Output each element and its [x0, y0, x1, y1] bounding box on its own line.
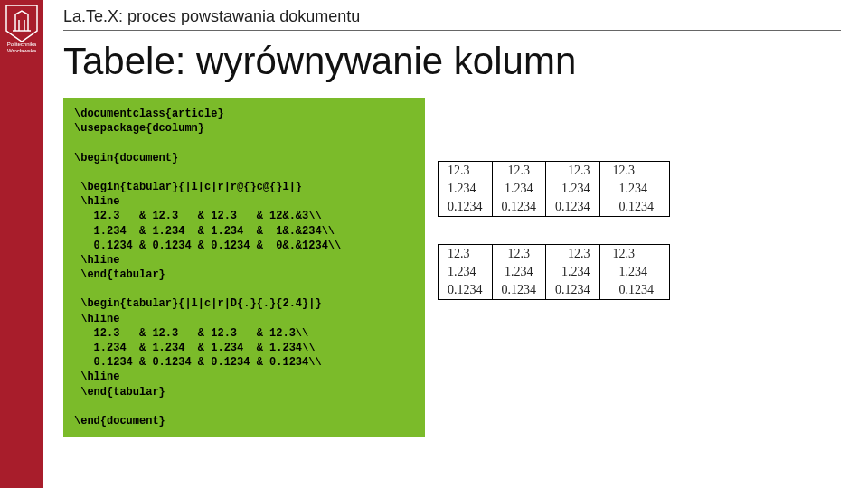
- cell: 0.1234: [439, 198, 493, 217]
- cell: 0.1234: [599, 198, 669, 217]
- body-row: \documentclass{article} \usepackage{dcol…: [63, 98, 841, 437]
- cell: 1.234: [439, 180, 493, 198]
- divider: [63, 30, 841, 31]
- table-row: 12.312.312.312.3: [439, 162, 670, 181]
- cell: 1.234: [546, 263, 600, 281]
- table-row: 1.2341.2341.2341.234: [439, 263, 670, 281]
- brand-sidebar: Politechnika Wrocławska: [0, 0, 43, 488]
- cell: 1.234: [599, 263, 669, 281]
- cell: 12.3: [439, 245, 493, 264]
- rendered-table-1: 12.312.312.312.31.2341.2341.2341.2340.12…: [438, 161, 670, 217]
- cell: 12.3: [492, 245, 546, 264]
- cell: 0.1234: [599, 281, 669, 300]
- cell: 0.1234: [492, 281, 546, 300]
- rendered-output: 12.312.312.312.31.2341.2341.2341.2340.12…: [438, 161, 670, 300]
- institution-name: Politechnika Wrocławska: [2, 42, 42, 53]
- latex-source-code: \documentclass{article} \usepackage{dcol…: [63, 98, 425, 437]
- rendered-table-2: 12.312.312.312.31.2341.2341.2341.2340.12…: [438, 244, 670, 300]
- cell: 1.234: [492, 263, 546, 281]
- page-title: Tabele: wyrównywanie kolumn: [63, 40, 841, 83]
- table-row: 0.12340.12340.12340.1234: [439, 198, 670, 217]
- cell: 1.234: [546, 180, 600, 198]
- cell: 1.234: [599, 180, 669, 198]
- cell: 0.1234: [546, 198, 600, 217]
- table-row: 12.312.312.312.3: [439, 245, 670, 264]
- slide: Politechnika Wrocławska La.Te.X: proces …: [0, 0, 868, 488]
- cell: 12.3: [599, 245, 669, 264]
- institution-logo: [4, 4, 40, 43]
- table-row: 1.2341.2341.2341.234: [439, 180, 670, 198]
- cell: 12.3: [439, 162, 493, 181]
- cell: 12.3: [599, 162, 669, 181]
- cell: 0.1234: [439, 281, 493, 300]
- cell: 1.234: [492, 180, 546, 198]
- cell: 0.1234: [492, 198, 546, 217]
- cell: 12.3: [546, 162, 600, 181]
- content-area: La.Te.X: proces powstawania dokumentu Ta…: [63, 7, 841, 437]
- cell: 12.3: [492, 162, 546, 181]
- breadcrumb: La.Te.X: proces powstawania dokumentu: [63, 7, 841, 26]
- cell: 0.1234: [546, 281, 600, 300]
- cell: 12.3: [546, 245, 600, 264]
- cell: 1.234: [439, 263, 493, 281]
- table-row: 0.12340.12340.12340.1234: [439, 281, 670, 300]
